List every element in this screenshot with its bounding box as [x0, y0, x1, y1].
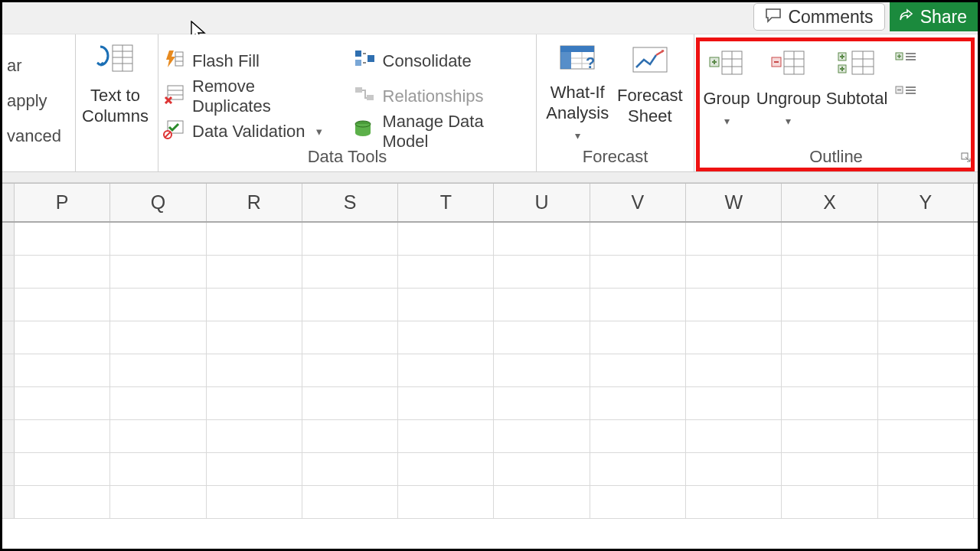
cell[interactable] [302, 453, 398, 485]
outline-dialog-launcher-icon[interactable] [961, 152, 972, 165]
row-header[interactable] [2, 256, 15, 288]
cell[interactable] [15, 420, 110, 452]
cell[interactable] [494, 387, 590, 419]
data-validation-button[interactable]: Data Validation ▾ [163, 114, 331, 149]
forecast-sheet-button[interactable]: Forecast Sheet [614, 39, 687, 146]
column-header[interactable]: V [590, 184, 686, 221]
row-header[interactable] [2, 387, 15, 419]
cell[interactable] [110, 289, 206, 321]
cell[interactable] [110, 420, 206, 452]
cell[interactable] [302, 486, 398, 518]
row-header[interactable] [2, 453, 15, 485]
row-header[interactable] [2, 289, 15, 321]
row-header[interactable] [2, 420, 15, 452]
cell[interactable] [15, 486, 110, 518]
cell[interactable] [494, 321, 590, 354]
cell[interactable] [398, 256, 494, 288]
cell[interactable] [15, 223, 110, 255]
cell[interactable] [686, 486, 782, 518]
cell[interactable] [686, 321, 782, 354]
cell[interactable] [207, 354, 302, 386]
cell[interactable] [15, 289, 110, 321]
cell[interactable] [878, 420, 974, 452]
row-header[interactable] [2, 354, 15, 386]
cell[interactable] [878, 354, 974, 386]
cell[interactable] [494, 223, 590, 255]
cell[interactable] [686, 387, 782, 419]
cell[interactable] [590, 387, 686, 419]
cell[interactable] [782, 387, 877, 419]
reapply-button-partial[interactable]: apply [7, 83, 67, 119]
cell[interactable] [782, 486, 877, 518]
cell[interactable] [590, 354, 686, 386]
cell[interactable] [590, 486, 686, 518]
cell[interactable] [302, 321, 398, 354]
cell[interactable] [494, 289, 590, 321]
clear-button-partial[interactable]: ar [7, 48, 67, 83]
cell[interactable] [878, 321, 974, 354]
cell[interactable] [398, 453, 494, 485]
cell[interactable] [878, 289, 974, 321]
share-button[interactable]: Share [890, 2, 978, 31]
cell[interactable] [878, 223, 974, 255]
cell[interactable] [15, 354, 110, 386]
cell[interactable] [590, 256, 686, 288]
cell[interactable] [782, 321, 877, 354]
cell[interactable] [590, 289, 686, 321]
cell[interactable] [110, 223, 206, 255]
row-header[interactable] [2, 486, 15, 518]
cell[interactable] [207, 223, 302, 255]
column-header[interactable]: T [398, 184, 494, 221]
cell[interactable] [878, 453, 974, 485]
cell[interactable] [302, 289, 398, 321]
cell[interactable] [686, 453, 782, 485]
column-header[interactable]: X [782, 184, 877, 221]
cell[interactable] [15, 321, 110, 354]
cell[interactable] [782, 256, 877, 288]
column-header[interactable]: W [686, 184, 782, 221]
cell[interactable] [878, 486, 974, 518]
cell[interactable] [110, 256, 206, 288]
show-detail-button[interactable] [895, 50, 916, 67]
cell[interactable] [207, 453, 302, 485]
cell[interactable] [302, 223, 398, 255]
cell[interactable] [398, 486, 494, 518]
chevron-down-icon[interactable]: ▾ [786, 115, 791, 127]
column-header[interactable]: U [494, 184, 590, 221]
column-header[interactable]: S [302, 184, 398, 221]
cell[interactable] [782, 289, 877, 321]
cell[interactable] [590, 321, 686, 354]
spreadsheet-grid[interactable]: PQRSTUVWXY [2, 183, 978, 549]
cell[interactable] [686, 289, 782, 321]
cell[interactable] [686, 256, 782, 288]
row-header[interactable] [2, 223, 15, 255]
cell[interactable] [782, 354, 877, 386]
row-header-corner[interactable] [2, 184, 15, 221]
group-button[interactable]: Group▾ [699, 42, 754, 139]
cell[interactable] [110, 321, 206, 354]
cell[interactable] [398, 223, 494, 255]
column-header[interactable]: R [207, 184, 302, 221]
cell[interactable] [302, 354, 398, 386]
cell[interactable] [494, 486, 590, 518]
cell[interactable] [110, 387, 206, 419]
cell[interactable] [398, 354, 494, 386]
cell[interactable] [878, 387, 974, 419]
cell[interactable] [207, 420, 302, 452]
hide-detail-button[interactable] [895, 83, 916, 100]
cell[interactable] [494, 420, 590, 452]
cell[interactable] [686, 420, 782, 452]
cell[interactable] [207, 486, 302, 518]
cell[interactable] [110, 354, 206, 386]
manage-data-model-button[interactable]: Manage Data Model [354, 114, 528, 149]
column-header[interactable]: Q [110, 184, 206, 221]
remove-duplicates-button[interactable]: Remove Duplicates [163, 79, 331, 114]
flash-fill-button[interactable]: Flash Fill [163, 44, 331, 79]
chevron-down-icon[interactable]: ▾ [724, 115, 730, 127]
row-header[interactable] [2, 321, 15, 354]
column-header[interactable]: P [15, 184, 110, 221]
cell[interactable] [207, 321, 302, 354]
cell[interactable] [110, 453, 206, 485]
cell[interactable] [302, 256, 398, 288]
cell[interactable] [15, 453, 110, 485]
